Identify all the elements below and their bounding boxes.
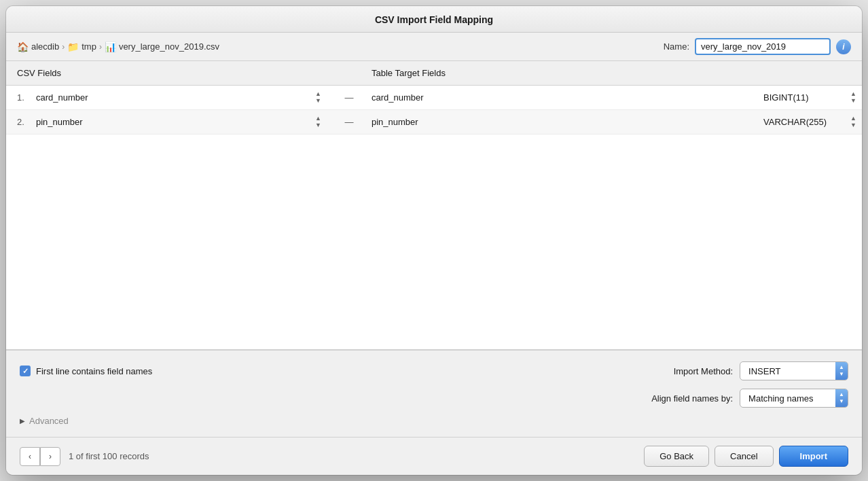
advanced-row: ▶ Advanced (20, 413, 848, 431)
breadcrumb-home[interactable]: alecdib (31, 41, 59, 52)
target-stepper-down[interactable]: ▼ (850, 98, 856, 104)
import-method-value: INSERT (740, 363, 835, 380)
prev-button[interactable]: ‹ (20, 447, 40, 466)
mapping-table-header: CSV Fields Table Target Fields (6, 61, 862, 86)
target-type-1: BIGINT(11) (763, 92, 845, 103)
import-method-group: Import Method: INSERT ▲ ▼ (674, 361, 848, 380)
breadcrumb-sep-1: › (62, 42, 65, 52)
name-area: Name: i (664, 38, 851, 55)
table-row: 1. card_number ▲ ▼ — card_number BIGINT(… (6, 86, 862, 110)
row-number-2: 2. (17, 117, 31, 127)
chevron-down-icon: ▼ (839, 399, 844, 404)
bottom-bar: ‹ › 1 of first 100 records Go Back Cance… (6, 437, 862, 475)
align-value: Matching names (740, 390, 835, 407)
stepper-up[interactable]: ▲ (315, 91, 321, 97)
target-field-cell-2: pin_number VARCHAR(255) ▲ ▼ (366, 111, 862, 132)
target-field-name-2: pin_number (372, 117, 758, 127)
target-field-cell-1: card_number BIGINT(11) ▲ ▼ (366, 87, 862, 108)
stepper-down[interactable]: ▼ (315, 122, 321, 128)
csv-fields-header: CSV Fields (6, 65, 332, 81)
options-area: ✓ First line contains field names Import… (6, 350, 862, 437)
info-button[interactable]: i (836, 39, 851, 54)
align-chevron[interactable]: ▲ ▼ (835, 389, 848, 407)
stepper-down[interactable]: ▼ (315, 98, 321, 104)
title-bar: CSV Import Field Mapping (6, 6, 862, 33)
csv-field-name-1: card_number (36, 92, 88, 103)
chevron-down-icon: ▼ (839, 372, 844, 377)
csv-stepper-1[interactable]: ▲ ▼ (315, 91, 321, 104)
first-line-label: First line contains field names (36, 366, 152, 376)
table-row: 2. pin_number ▲ ▼ — pin_number VARCHAR(2… (6, 110, 862, 135)
import-button[interactable]: Import (779, 446, 848, 467)
csv-field-name-2: pin_number (36, 117, 83, 127)
breadcrumb-sep-2: › (99, 42, 102, 52)
empty-table-area (6, 135, 862, 236)
first-line-checkbox[interactable]: ✓ (20, 366, 31, 376)
align-label: Align field names by: (651, 393, 733, 404)
target-stepper-up[interactable]: ▲ (850, 91, 856, 97)
cancel-button[interactable]: Cancel (715, 446, 773, 467)
target-stepper-1[interactable]: ▲ ▼ (850, 91, 856, 104)
file-icon: 📊 (105, 41, 116, 52)
target-stepper-2[interactable]: ▲ ▼ (850, 115, 856, 128)
align-select[interactable]: Matching names ▲ ▼ (740, 389, 848, 408)
import-method-chevron[interactable]: ▲ ▼ (835, 362, 848, 380)
csv-field-cell-2: 2. pin_number ▲ ▼ (6, 111, 332, 132)
name-label: Name: (664, 41, 689, 52)
advanced-toggle[interactable]: ▶ (20, 417, 25, 425)
check-mark: ✓ (22, 368, 29, 375)
align-row: Align field names by: Matching names ▲ ▼ (20, 389, 848, 408)
options-row-1: ✓ First line contains field names Import… (20, 361, 848, 380)
csv-stepper-2[interactable]: ▲ ▼ (315, 115, 321, 128)
folder-icon: 📁 (67, 41, 79, 52)
records-label: 1 of first 100 records (69, 451, 149, 461)
go-back-button[interactable]: Go Back (644, 446, 709, 467)
csv-field-cell-1: 1. card_number ▲ ▼ (6, 87, 332, 108)
csv-import-dialog: CSV Import Field Mapping 🏠 alecdib › 📁 t… (6, 6, 862, 475)
stepper-up[interactable]: ▲ (315, 115, 321, 122)
row-number-1: 1. (17, 92, 31, 103)
target-stepper-down[interactable]: ▼ (850, 122, 856, 128)
import-method-label: Import Method: (674, 366, 733, 376)
arrow-cell-2: — (332, 117, 366, 127)
dialog-title: CSV Import Field Mapping (17, 14, 851, 25)
nav-group: ‹ › (20, 447, 60, 466)
breadcrumb-file[interactable]: very_large_nov_2019.csv (119, 41, 219, 52)
target-field-name-1: card_number (372, 92, 758, 103)
breadcrumb-folder[interactable]: tmp (82, 41, 96, 52)
chevron-up-icon: ▲ (839, 365, 844, 370)
target-fields-header: Table Target Fields (366, 65, 862, 81)
chevron-up-icon: ▲ (839, 392, 844, 397)
home-icon: 🏠 (17, 41, 29, 52)
import-method-select[interactable]: INSERT ▲ ▼ (740, 361, 848, 380)
advanced-label: Advanced (29, 416, 69, 426)
target-stepper-up[interactable]: ▲ (850, 115, 856, 122)
arrow-cell-1: — (332, 92, 366, 103)
first-line-group: ✓ First line contains field names (20, 366, 152, 376)
mapping-table-area: CSV Fields Table Target Fields 1. card_n… (6, 61, 862, 350)
name-input[interactable] (695, 38, 831, 55)
next-button[interactable]: › (40, 447, 60, 466)
target-type-2: VARCHAR(255) (763, 117, 845, 127)
breadcrumb-bar: 🏠 alecdib › 📁 tmp › 📊 very_large_nov_201… (6, 33, 862, 61)
